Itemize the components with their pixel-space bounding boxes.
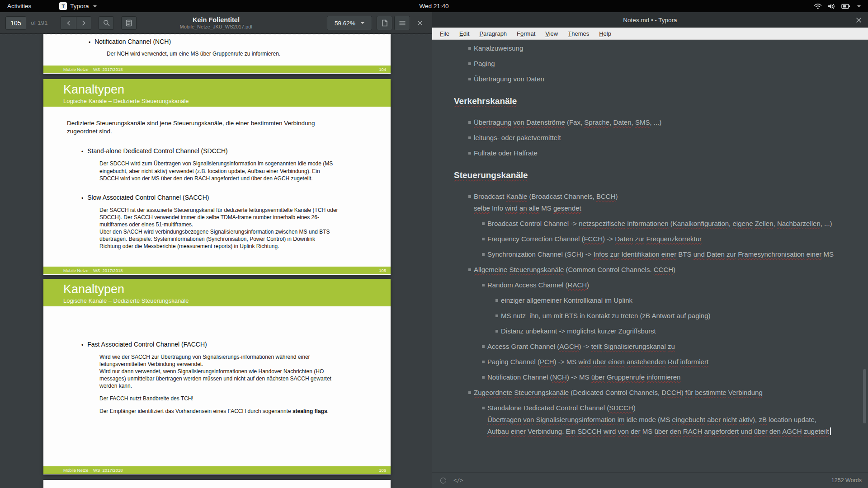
- editor-line[interactable]: Fullrate oder Halfrate: [432, 148, 856, 158]
- editor-line[interactable]: leitungs- oder paketvermittelt: [432, 133, 856, 143]
- editor-line[interactable]: Übertragung von Daten: [432, 74, 856, 84]
- editor-line[interactable]: Notification Channel (NCH) -> MS über Gr…: [432, 372, 856, 382]
- editor-heading[interactable]: Verkehrskanäle: [432, 96, 856, 107]
- clock[interactable]: Wed 21:40: [419, 3, 448, 9]
- misspelled-word: Identifikation: [621, 250, 659, 258]
- typora-status-bar: </> 1252 Words: [432, 472, 868, 488]
- system-tray[interactable]: [814, 3, 861, 9]
- misspelled-word: informieren: [646, 373, 680, 381]
- misspelled-word: Verbindung: [528, 427, 562, 435]
- misspelled-word: angefordert: [704, 427, 739, 435]
- editor-line[interactable]: Kanalzuweisung: [432, 43, 856, 53]
- editor-line[interactable]: Random Access Channel (RACH): [432, 280, 856, 290]
- slide-title: Kanaltypen: [63, 83, 391, 96]
- bullet-icon: [81, 341, 87, 348]
- misspelled-word: einer: [511, 427, 526, 435]
- search-button[interactable]: [99, 16, 114, 30]
- misspelled-word: Übertragen: [487, 416, 521, 423]
- menu-themes[interactable]: Themes: [563, 30, 594, 37]
- editor-line[interactable]: Access Grant Channel (AGCH) -> teilt Sig…: [432, 342, 856, 352]
- menu-edit[interactable]: Edit: [454, 30, 474, 37]
- page-number-input[interactable]: [5, 16, 26, 30]
- misspelled-word: der: [631, 427, 641, 435]
- editor-line[interactable]: Übertragen von Signalisierungsinformatio…: [432, 415, 856, 425]
- editor-line[interactable]: Standalone Dedicated Control Channel (SD…: [432, 403, 856, 413]
- misspelled-word: PCH: [540, 358, 554, 366]
- text-cursor: [830, 427, 831, 435]
- editor-line[interactable]: MS nutz ihn, um mit BTS in Kontakt zu tr…: [432, 311, 856, 321]
- focus-mode-icon[interactable]: [440, 478, 446, 483]
- misspelled-word: im: [618, 416, 625, 423]
- menu-help[interactable]: Help: [594, 30, 616, 37]
- slide-footer: Mobile Netze WS 2017/2018106: [43, 466, 391, 474]
- close-icon: [417, 20, 423, 26]
- menu-view[interactable]: View: [540, 30, 563, 37]
- menu-paragraph[interactable]: Paragraph: [474, 30, 512, 37]
- misspelled-word: einer: [807, 250, 821, 258]
- typora-title-bar[interactable]: Notes.md • - Typora: [432, 12, 868, 28]
- misspelled-word: Zellen: [755, 220, 774, 227]
- slide-paragraph: Der SDCCH wird zum Übertragen von Signal…: [99, 160, 359, 182]
- editor-line[interactable]: Zugeordnete Steuerungskanäle (Dedicated …: [432, 388, 856, 398]
- misspelled-word: Übertragung: [474, 118, 511, 126]
- annotations-button[interactable]: [377, 16, 392, 30]
- slide-subtitle: Logische Kanäle – Dedizierte Steuerungsk…: [63, 297, 391, 304]
- misspelled-word: anstehenden: [627, 358, 666, 366]
- activities-button[interactable]: Activities: [7, 3, 31, 9]
- footer-course-label: Mobile Netze WS 2017/2018: [63, 468, 123, 473]
- misspelled-word: einen: [608, 358, 625, 366]
- editor-line[interactable]: Frequency Correction Channel (FCCH) -> D…: [432, 234, 856, 244]
- editor-line[interactable]: Aufbau einer Verbindung. Ein SDCCH wird …: [432, 427, 856, 436]
- menu-file[interactable]: File: [435, 30, 454, 37]
- slide-footer: Mobile Netze WS 2017/2018105: [43, 267, 391, 274]
- misspelled-word: an: [519, 204, 527, 212]
- document-title-block: Kein Folientitel Mobile_Netze_JKU_WS2017…: [121, 16, 311, 30]
- editor-line[interactable]: Übertragung von Datenströme (Fax, Sprach…: [432, 117, 856, 127]
- editor-line[interactable]: einziger allgemeiner Kontrollkanal im Up…: [432, 296, 856, 305]
- next-page-button[interactable]: [76, 16, 91, 30]
- misspelled-word: für: [685, 389, 693, 396]
- typora-app-icon: T: [59, 2, 67, 10]
- page-total-label: of 191: [31, 19, 54, 26]
- previous-page-button[interactable]: [61, 16, 76, 30]
- misspelled-word: nicht: [722, 416, 737, 423]
- typora-menu-bar: FileEditParagraphFormatViewThemesHelp: [432, 28, 868, 40]
- editor-line[interactable]: Allgemeine Steuerungskanäle (Common Cont…: [432, 265, 856, 275]
- footer-course-label: Mobile Netze WS 2017/2018: [63, 67, 123, 72]
- source-code-mode-icon[interactable]: </>: [453, 477, 463, 483]
- misspelled-word: wird: [578, 358, 591, 366]
- misspelled-word: informiert: [680, 358, 709, 366]
- editor-line[interactable]: Paging: [432, 59, 856, 69]
- close-button[interactable]: [413, 16, 427, 30]
- editor-line[interactable]: Broadcast Kanäle (Broadcast Channels, BC…: [432, 192, 856, 202]
- app-menu[interactable]: T Typora: [59, 2, 96, 10]
- misspelled-word: aktiv: [739, 416, 753, 423]
- markdown-editor[interactable]: KanalzuweisungPagingÜbertragung von Date…: [432, 40, 868, 472]
- zoom-selector[interactable]: 59.62%: [327, 16, 372, 30]
- editor-heading[interactable]: Steuerungskanäle: [432, 170, 856, 181]
- slide-bullet: Stand-alone Dedicated Control Channel (S…: [81, 147, 391, 155]
- editor-line[interactable]: Distanz unbekannt -> möglichst kurzer Zu…: [432, 326, 856, 336]
- misspelled-word: BCCH: [596, 192, 616, 200]
- misspelled-word: Kanalkonfiguration: [673, 220, 729, 227]
- editor-line[interactable]: Broadcast Control Channel -> netzspezifi…: [432, 219, 856, 229]
- search-icon: [103, 19, 110, 26]
- bullet-icon: [81, 194, 87, 201]
- slide-title: Kanaltypen: [63, 283, 391, 296]
- menu-button[interactable]: [394, 16, 410, 30]
- menu-format[interactable]: Format: [512, 30, 540, 37]
- pdf-document-scroll-area[interactable]: Notification Channel (NCH)Der NCH wird v…: [0, 34, 432, 488]
- close-button[interactable]: [854, 16, 863, 24]
- misspelled-word: wird: [604, 427, 616, 435]
- misspelled-word: AGCH: [559, 343, 579, 350]
- misspelled-word: von: [618, 427, 629, 435]
- misspelled-word: CCCH: [654, 266, 673, 273]
- scrollbar-thumb[interactable]: [863, 369, 866, 423]
- misspelled-word: über: [754, 427, 768, 435]
- misspelled-word: zu: [668, 343, 675, 350]
- editor-line[interactable]: Synchronization Channel (SCH) -> Infos z…: [432, 249, 856, 259]
- misspelled-word: eigene: [732, 220, 753, 227]
- chevron-left-icon: [66, 20, 71, 26]
- editor-line[interactable]: Paging Channel (PCH) -> MS wird über ein…: [432, 357, 856, 367]
- editor-line[interactable]: selbe Info wird an alle MS gesendet: [432, 203, 856, 213]
